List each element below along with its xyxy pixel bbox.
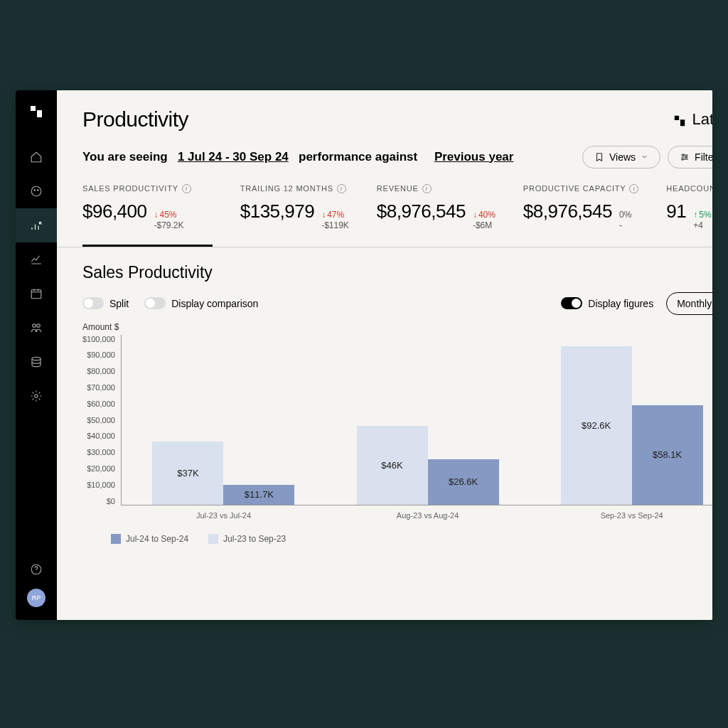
filters-button[interactable]: Filters: [668, 146, 712, 168]
chart-bar[interactable]: $46K: [357, 426, 428, 504]
sidebar-item-analytics[interactable]: [16, 242, 57, 277]
chart-bar[interactable]: $58.1K: [632, 405, 703, 504]
info-icon[interactable]: i: [629, 184, 638, 193]
legend-item-current: Jul-24 to Sep-24: [111, 534, 188, 544]
x-axis-labels: Jul-23 vs Jul-24Aug-23 vs Aug-24Sep-23 v…: [122, 511, 712, 520]
context-sentence: You are seeing 1 Jul 24 - 30 Sep 24 perf…: [82, 150, 513, 164]
brand: Lative: [673, 110, 712, 129]
bar-value-label: $26.6K: [449, 476, 478, 487]
toggle-switch[interactable]: [82, 297, 104, 309]
y-axis-ticks: $0$10,000$20,000$30,000$40,000$50,000$60…: [82, 335, 121, 505]
chart-bar[interactable]: $11.7K: [223, 485, 294, 505]
legend-swatch: [208, 534, 218, 544]
user-avatar[interactable]: RP: [27, 589, 46, 607]
bookmark-icon: [594, 152, 604, 162]
sliders-icon: [680, 152, 690, 162]
bar-group: $46K$26.6K: [350, 426, 506, 504]
date-range-link[interactable]: 1 Jul 24 - 30 Sep 24: [178, 150, 289, 164]
app-window: RP Productivity Lative You are seeing 1 …: [16, 90, 712, 620]
bar-value-label: $92.6K: [582, 420, 611, 431]
svg-point-11: [682, 158, 683, 159]
chart-legend: Jul-24 to Sep-24 Jul-23 to Sep-23: [111, 534, 712, 544]
info-icon[interactable]: i: [337, 184, 346, 193]
toggle-switch[interactable]: [561, 297, 582, 309]
split-toggle[interactable]: Split: [82, 297, 129, 309]
legend-swatch: [111, 534, 121, 544]
display-comparison-toggle[interactable]: Display comparison: [144, 297, 258, 309]
sidebar-item-data[interactable]: [16, 345, 57, 379]
svg-point-2: [38, 189, 39, 191]
chart-bar[interactable]: $92.6K: [561, 346, 632, 504]
sidebar-item-home[interactable]: [16, 140, 57, 174]
sidebar-item-dashboard[interactable]: [16, 174, 57, 208]
display-figures-toggle[interactable]: Display figures: [561, 297, 653, 309]
arrow-down-icon: ↓ 47%: [321, 210, 349, 221]
chart-area: Amount $ $0$10,000$20,000$30,000$40,000$…: [82, 322, 712, 544]
sidebar-item-settings[interactable]: [16, 379, 57, 413]
chevron-down-icon: [641, 153, 648, 161]
metrics-row: SALES PRODUCTIVITYi $96,400 ↓ 45% -$79.2…: [57, 168, 712, 247]
chart-bar[interactable]: $26.6K: [428, 459, 499, 505]
svg-point-4: [33, 323, 36, 327]
metric-trailing-12-months[interactable]: TRAILING 12 MONTHSi $135,979 ↓ 47% -$119…: [240, 184, 349, 247]
metric-productive-capacity[interactable]: PRODUCTIVE CAPACITYi $8,976,545 0% -: [523, 184, 639, 247]
toggle-switch[interactable]: [144, 297, 166, 309]
metric-sales-productivity[interactable]: SALES PRODUCTIVITYi $96,400 ↓ 45% -$79.2…: [82, 184, 213, 247]
period-select[interactable]: Monthly: [666, 292, 712, 315]
legend-item-previous: Jul-23 to Sep-23: [208, 534, 286, 544]
chart-plot: $37K$11.7K$46K$26.6K$92.6K$58.1K: [121, 335, 712, 505]
arrow-down-icon: ↓ 45%: [154, 210, 183, 221]
svg-point-10: [685, 156, 687, 157]
bar-value-label: $37K: [177, 468, 198, 478]
sidebar-item-team[interactable]: [16, 311, 57, 345]
chart-bar[interactable]: $37K: [152, 441, 223, 505]
page-title: Productivity: [82, 107, 188, 132]
sidebar-item-productivity[interactable]: [16, 208, 57, 242]
chart-section: Sales Productivity Split Display compari…: [57, 247, 712, 558]
sidebar: RP: [16, 90, 57, 620]
svg-point-1: [34, 189, 36, 191]
y-axis-label: Amount $: [82, 322, 712, 332]
sidebar-item-calendar[interactable]: [16, 277, 57, 311]
bar-group: $92.6K$58.1K: [554, 346, 710, 504]
metric-revenue[interactable]: REVENUEi $8,976,545 ↓ 40% -$6M: [377, 184, 496, 247]
brand-name: Lative: [692, 110, 712, 129]
main-content: Productivity Lative You are seeing 1 Jul…: [57, 90, 712, 620]
bar-group: $37K$11.7K: [145, 441, 301, 505]
svg-rect-3: [31, 289, 41, 298]
info-icon[interactable]: i: [422, 184, 432, 193]
chart-title: Sales Productivity: [82, 263, 712, 282]
compare-link[interactable]: Previous year: [434, 150, 514, 164]
svg-point-7: [35, 394, 38, 397]
svg-point-9: [682, 154, 684, 155]
info-icon[interactable]: i: [182, 184, 191, 193]
arrow-down-icon: ↓ 40%: [473, 210, 496, 221]
bar-value-label: $46K: [381, 460, 402, 471]
views-button[interactable]: Views: [582, 146, 660, 168]
bar-value-label: $58.1K: [653, 449, 682, 460]
arrow-up-icon: ↑ 5%: [693, 210, 711, 221]
sidebar-item-help[interactable]: [16, 563, 57, 576]
svg-point-5: [37, 323, 41, 327]
svg-point-0: [31, 186, 41, 196]
bar-value-label: $11.7K: [245, 489, 274, 500]
brand-logo-icon: [673, 113, 686, 126]
metric-headcount[interactable]: HEADCOUNTi 91 ↑ 5% +4: [666, 184, 712, 247]
svg-point-6: [32, 357, 41, 360]
app-logo-icon: [29, 105, 43, 119]
